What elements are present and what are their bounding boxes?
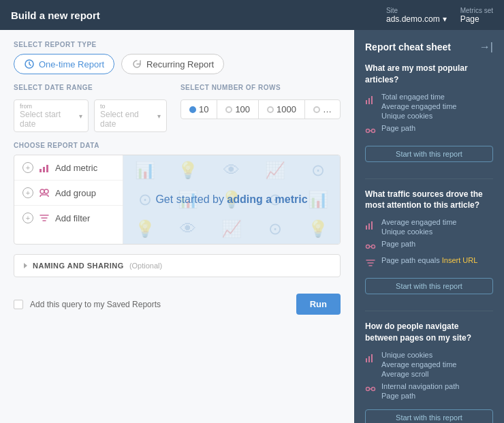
run-button[interactable]: Run bbox=[296, 294, 341, 315]
add-group-icon: + bbox=[22, 187, 33, 198]
metrics-label: Metrics set bbox=[460, 7, 493, 14]
add-metric-icon: + bbox=[22, 162, 33, 173]
svg-point-10 bbox=[372, 129, 375, 132]
footer-row: Add this query to my Saved Reports Run bbox=[14, 287, 341, 322]
rows-options: 10 100 1000 … bbox=[180, 99, 341, 119]
site-label: Site bbox=[386, 7, 447, 14]
date-pair: from Select start date ▾ to Select end d… bbox=[14, 99, 167, 132]
cheat-metric-group-1b: Page path bbox=[365, 124, 493, 136]
end-date-field[interactable]: to Select end date ▾ bbox=[94, 99, 167, 132]
cheat-metrics-2: Average engaged time Unique cookies Page… bbox=[365, 218, 493, 271]
cheat-metric-lines-1b: Page path bbox=[381, 124, 415, 136]
start-report-btn-2[interactable]: Start with this report bbox=[365, 278, 493, 294]
add-metric-row[interactable]: + Add metric bbox=[14, 155, 123, 181]
cheat-bar-icon-2 bbox=[365, 219, 376, 230]
from-label: from bbox=[20, 103, 75, 110]
start-date-value: Select start date bbox=[20, 110, 75, 129]
radio-100 bbox=[225, 106, 232, 113]
cheat-metric-line: Page path bbox=[381, 124, 415, 132]
cheat-metric-group-2b: Page path bbox=[365, 240, 493, 252]
naming-optional: (Optional) bbox=[129, 262, 162, 270]
svg-rect-13 bbox=[368, 223, 370, 230]
svg-point-9 bbox=[366, 129, 370, 132]
cheat-metric-line: Average scroll bbox=[381, 370, 457, 378]
add-filter-row[interactable]: + Add filter bbox=[14, 206, 123, 230]
end-date-value: Select end date bbox=[100, 110, 153, 129]
app-header: Build a new report Site ads.demo.com ▾ M… bbox=[0, 0, 504, 30]
one-time-report-btn[interactable]: One-time Report bbox=[14, 54, 114, 74]
svg-point-5 bbox=[44, 189, 48, 193]
cheat-collapse-btn[interactable]: →| bbox=[479, 41, 493, 53]
svg-rect-2 bbox=[43, 167, 45, 172]
one-time-icon bbox=[24, 59, 35, 69]
save-label: Add this query to my Saved Reports bbox=[30, 300, 161, 309]
collapse-icon bbox=[24, 263, 27, 268]
start-report-btn-1[interactable]: Start with this report bbox=[365, 146, 493, 162]
cheat-metric-lines-2c: Page path equals Insert URL bbox=[381, 256, 477, 268]
svg-point-4 bbox=[40, 189, 44, 193]
cheat-metric-group-3b: Internal navigation path Page path bbox=[365, 382, 493, 400]
recurring-report-btn[interactable]: Recurring Report bbox=[121, 54, 224, 74]
rows-option-100[interactable]: 100 bbox=[217, 100, 259, 119]
svg-rect-18 bbox=[366, 358, 367, 362]
report-data-section: CHOOSE REPORT DATA + Add metric bbox=[14, 142, 341, 245]
cheat-divider-1 bbox=[365, 178, 493, 179]
rows-option-1000[interactable]: 1000 bbox=[259, 100, 305, 119]
site-value: ads.demo.com ▾ bbox=[386, 14, 447, 24]
save-checkbox[interactable] bbox=[14, 300, 23, 309]
cheat-question-2: What traffic sources drove the most atte… bbox=[365, 189, 493, 212]
cheat-filter-icon-2 bbox=[365, 257, 376, 268]
rows-option-10[interactable]: 10 bbox=[181, 100, 217, 119]
cheat-metrics-1: Total engaged time Average engaged time … bbox=[365, 93, 493, 139]
rows-label: SELECT NUMBER OF ROWS bbox=[180, 84, 341, 91]
cheat-title: Report cheat sheet bbox=[365, 42, 451, 52]
svg-rect-20 bbox=[371, 354, 373, 362]
left-panel: SELECT REPORT TYPE One-time Report Recur… bbox=[0, 30, 354, 423]
svg-rect-19 bbox=[368, 356, 370, 362]
cheat-metric-line: Average engaged time bbox=[381, 218, 457, 226]
svg-point-22 bbox=[372, 387, 375, 390]
naming-section: NAMING AND SHARING (Optional) bbox=[14, 254, 341, 277]
report-data-preview: 📊💡👁📈⊙ ⊙📊💡⊙📊 💡👁📈⊙💡 Get started by adding … bbox=[123, 155, 340, 244]
svg-rect-3 bbox=[46, 165, 48, 172]
page-title: Build a new report bbox=[11, 10, 386, 21]
cheat-metric-line: Internal navigation path bbox=[381, 382, 459, 390]
report-type-options: One-time Report Recurring Report bbox=[14, 54, 341, 74]
filter-icon bbox=[39, 213, 50, 223]
cheat-metric-group-2a: Average engaged time Unique cookies bbox=[365, 218, 493, 236]
svg-point-15 bbox=[366, 245, 370, 249]
svg-rect-6 bbox=[366, 100, 367, 104]
svg-rect-14 bbox=[371, 221, 373, 230]
cheat-metric-lines-1a: Total engaged time Average engaged time … bbox=[381, 93, 457, 120]
cheat-question-1: What are my most popular articles? bbox=[365, 63, 493, 86]
cheat-metric-group-1a: Total engaged time Average engaged time … bbox=[365, 93, 493, 120]
add-metric-label: Add metric bbox=[55, 163, 97, 173]
insert-url-link[interactable]: Insert URL bbox=[442, 256, 478, 264]
metrics-value: Page bbox=[460, 14, 493, 24]
start-date-field[interactable]: from Select start date ▾ bbox=[14, 99, 89, 132]
svg-rect-12 bbox=[366, 225, 367, 230]
preview-text: Get started by adding a metric bbox=[155, 193, 307, 206]
naming-header[interactable]: NAMING AND SHARING (Optional) bbox=[14, 255, 340, 277]
start-report-btn-3[interactable]: Start with this report bbox=[365, 409, 493, 423]
cheat-metric-lines-2a: Average engaged time Unique cookies bbox=[381, 218, 457, 236]
end-date-chevron: ▾ bbox=[157, 112, 161, 120]
add-group-row[interactable]: + Add group bbox=[14, 181, 123, 206]
report-type-section: SELECT REPORT TYPE One-time Report Recur… bbox=[14, 41, 341, 74]
cheat-metric-lines-3a: Unique cookies Average engaged time Aver… bbox=[381, 351, 457, 378]
cheat-metric-line: Average engaged time bbox=[381, 360, 457, 369]
site-selector[interactable]: Site ads.demo.com ▾ bbox=[386, 7, 447, 24]
recurring-icon bbox=[131, 59, 142, 69]
cheat-question-3: How do people navigate between pages on … bbox=[365, 321, 493, 344]
report-data-container: + Add metric + bbox=[14, 155, 341, 245]
svg-point-16 bbox=[372, 245, 375, 249]
svg-rect-1 bbox=[40, 169, 42, 172]
cheat-metric-line: Unique cookies bbox=[381, 112, 457, 120]
cheat-metric-group-2c: Page path equals Insert URL bbox=[365, 256, 493, 268]
add-filter-icon: + bbox=[22, 213, 33, 223]
rows-option-more[interactable]: … bbox=[305, 100, 340, 119]
radio-1000 bbox=[267, 106, 274, 113]
cheat-metric-line: Unique cookies bbox=[381, 351, 457, 359]
cheat-metric-line: Page path bbox=[381, 240, 415, 248]
metrics-selector[interactable]: Metrics set Page bbox=[460, 7, 493, 24]
